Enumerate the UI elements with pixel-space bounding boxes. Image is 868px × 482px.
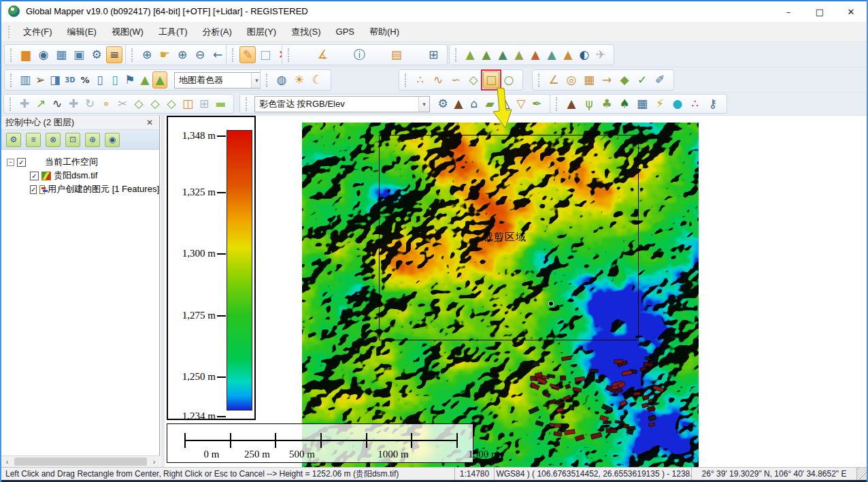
class-low-vegetation-icon[interactable]: ψ: [581, 95, 597, 112]
layer-zoom-icon[interactable]: ⊕: [85, 133, 100, 147]
search-attributes-icon[interactable]: ▤: [388, 46, 405, 63]
draw-area-icon[interactable]: ◇: [465, 71, 482, 89]
class-water-icon[interactable]: ●: [669, 95, 686, 112]
class-high-vegetation-icon[interactable]: ♠: [616, 95, 633, 112]
map-shader-dropdown[interactable]: 地图着色器 ▾: [174, 72, 263, 89]
attribute-editor-icon[interactable]: ✐: [652, 71, 668, 89]
feature-info-icon[interactable]: ⓘ: [352, 46, 368, 63]
shader-sphere-icon[interactable]: ◐: [577, 46, 592, 63]
class-powerline-icon[interactable]: ⚡: [652, 95, 668, 112]
flag-measure-icon[interactable]: ⚑: [122, 71, 137, 89]
class-building-icon[interactable]: ▦: [634, 95, 650, 112]
layer-options-icon[interactable]: ≡: [26, 133, 41, 147]
save-workspace-icon[interactable]: ▦: [53, 46, 69, 63]
rotate-feature-icon[interactable]: ↻: [82, 95, 97, 112]
menu-item[interactable]: GPS: [329, 22, 362, 42]
buffer-capsule-icon[interactable]: ▬: [213, 95, 228, 112]
panel-horizontal-scrollbar[interactable]: ‹ ›: [1, 455, 160, 467]
open-file-icon[interactable]: ▆: [18, 46, 34, 63]
draw-angle-icon[interactable]: ∠: [546, 71, 562, 89]
identify-layer-icon[interactable]: ⊞: [425, 46, 441, 63]
workspace-checkbox[interactable]: ✓: [17, 158, 26, 167]
draw-grid-icon[interactable]: ▦: [581, 71, 597, 89]
control-center-icon[interactable]: ≡: [106, 46, 122, 63]
class-ground-icon[interactable]: ▲: [563, 95, 580, 112]
close-button[interactable]: ✕: [835, 1, 867, 22]
move-vertex-icon[interactable]: ✚: [66, 95, 81, 112]
map-shader-icon[interactable]: ▲: [152, 71, 167, 89]
rotate-copy-1-icon[interactable]: ◇: [131, 95, 146, 112]
layer-metadata-icon[interactable]: ⚙: [6, 133, 21, 147]
vector-layer-label[interactable]: 用户创建的图元 [1 Features]: [48, 183, 159, 195]
close-icon[interactable]: ✕: [144, 118, 155, 127]
profile-ruler-drop-icon[interactable]: ▯: [107, 71, 122, 89]
elevation-legend-icon[interactable]: ▲: [463, 46, 478, 63]
open-online-data-icon[interactable]: ◉: [35, 46, 52, 63]
rotate-copy-3-icon[interactable]: ◇: [164, 95, 179, 112]
confirm-edit-icon[interactable]: ✓: [634, 71, 650, 89]
classify-ground-icon[interactable]: ▲: [451, 95, 466, 112]
draw-path-icon[interactable]: →: [599, 71, 615, 89]
draw-line-icon[interactable]: ∿: [430, 71, 446, 89]
scale-feature-icon[interactable]: ↗: [33, 95, 48, 112]
lidar-settings-icon[interactable]: ⚙: [435, 95, 450, 112]
draw-point-icon[interactable]: ∴: [412, 71, 429, 89]
draw-range-rings-icon[interactable]: ◎: [563, 71, 580, 89]
tree-item-vector-layer[interactable]: ✓ 用户创建的图元 [1 Features]: [1, 182, 159, 196]
fly-through-icon[interactable]: ✈: [593, 46, 608, 63]
compass-arrow-icon[interactable]: ➢: [33, 71, 48, 89]
maximize-button[interactable]: □: [804, 1, 835, 22]
layer-visibility-icon[interactable]: ◉: [105, 133, 120, 147]
classify-buildings-icon[interactable]: ⌂: [467, 95, 482, 112]
collapse-icon[interactable]: −: [7, 159, 14, 166]
map-catalog-icon[interactable]: ▣: [71, 46, 87, 63]
scrollbar-thumb[interactable]: [14, 457, 147, 466]
3d-view-icon[interactable]: 3D: [63, 71, 78, 89]
rotate-copy-2-icon[interactable]: ◇: [148, 95, 163, 112]
sun-shading-icon[interactable]: ☀: [291, 71, 307, 89]
configuration-wrench-icon[interactable]: ⚙: [88, 46, 105, 63]
menu-item[interactable]: 分析(A): [195, 22, 239, 42]
pan-hand-icon[interactable]: ☛: [156, 46, 173, 63]
moon-shading-icon[interactable]: ☾: [309, 71, 325, 89]
previous-view-icon[interactable]: ←: [210, 46, 226, 63]
terrain-star-icon[interactable]: ▲: [137, 71, 152, 89]
snap-vertex-icon[interactable]: ∘: [99, 95, 114, 112]
class-keypoint-icon[interactable]: ⚷: [705, 95, 721, 112]
pick-classification-icon[interactable]: ✒: [529, 95, 544, 112]
lidar-draw-mode-dropdown[interactable]: 彩色雷达 按RGB/Elev ▾: [254, 96, 430, 112]
zoom-to-point-icon[interactable]: ⊕: [139, 46, 155, 63]
draw-freehand-icon[interactable]: ∽: [448, 71, 464, 89]
layer-close-icon[interactable]: ⊗: [46, 133, 61, 147]
raster-layer-label[interactable]: 贵阳dsm.tif: [54, 170, 97, 182]
minimize-button[interactable]: –: [773, 1, 804, 22]
zoom-in-icon[interactable]: ⊕: [174, 46, 190, 63]
split-line-icon[interactable]: ✂: [115, 95, 130, 112]
dock-view-icon[interactable]: ◨: [48, 71, 63, 89]
swipe-compare-icon[interactable]: %: [78, 71, 93, 89]
line-of-sight-icon[interactable]: ▲: [512, 46, 527, 63]
menu-item[interactable]: 编辑(E): [60, 22, 104, 42]
workspace-label[interactable]: 当前工作空间: [45, 156, 98, 168]
scroll-left-icon[interactable]: ‹: [1, 456, 13, 467]
profile-ruler-icon[interactable]: ▯: [93, 71, 107, 89]
edit-vertices-icon[interactable]: ∿: [50, 95, 65, 112]
draw-buffer-icon[interactable]: ◆: [616, 71, 633, 89]
menu-item[interactable]: 视图(W): [104, 22, 151, 42]
view-shed-icon[interactable]: ▲: [528, 46, 543, 63]
path-profile-icon[interactable]: ▲: [495, 46, 510, 63]
point-feature-dot[interactable]: [549, 302, 553, 306]
zoom-out-icon[interactable]: ⊖: [192, 46, 208, 63]
raster-layer-checkbox[interactable]: ✓: [30, 172, 39, 180]
menu-item[interactable]: 图层(Y): [239, 22, 284, 42]
draw-circle-icon[interactable]: ○: [501, 71, 517, 89]
menu-item[interactable]: 工具(T): [151, 22, 195, 42]
vector-layer-checkbox[interactable]: ✓: [30, 185, 37, 194]
map-views-icon[interactable]: ▥: [18, 71, 33, 89]
web-layers-icon[interactable]: ◍: [273, 71, 290, 89]
draw-rectangle-icon[interactable]: □: [483, 71, 499, 89]
class-noise-icon[interactable]: ∴: [687, 95, 703, 112]
menu-item[interactable]: 文件(F): [16, 22, 60, 42]
duplicate-feature-icon[interactable]: ◫: [180, 95, 195, 112]
chevron-down-icon[interactable]: ▾: [418, 97, 429, 112]
